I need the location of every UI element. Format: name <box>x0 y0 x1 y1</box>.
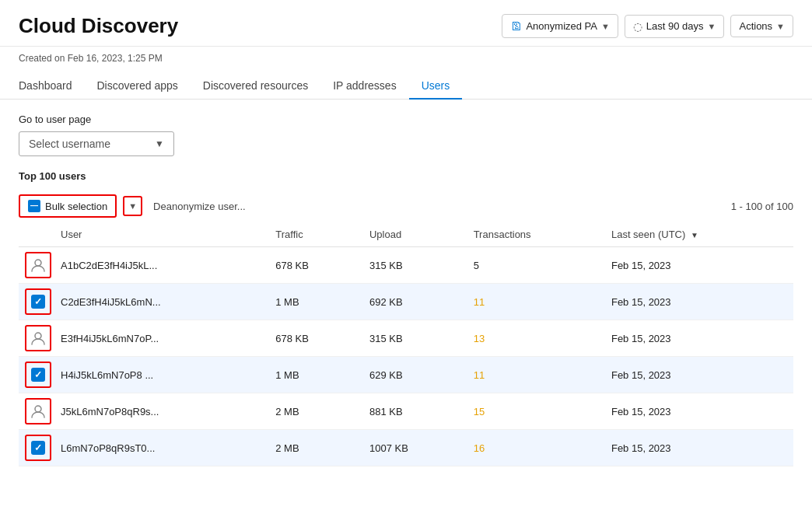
date-range-button[interactable]: ◌ Last 90 days ▼ <box>625 15 725 38</box>
col-traffic[interactable]: Traffic <box>266 222 360 247</box>
username-dropdown[interactable]: Select username ▼ <box>19 131 174 156</box>
report-label: Anonymized PA <box>526 20 597 32</box>
checked-icon <box>31 295 45 309</box>
row-last-seen: Feb 15, 2023 <box>602 357 793 393</box>
row-checkbox-cell <box>19 247 51 284</box>
row-transactions: 15 <box>464 393 602 430</box>
bulk-chevron-icon[interactable]: ▼ <box>123 196 142 216</box>
header: Cloud Discovery 🖻 Anonymized PA ▼ ◌ Last… <box>0 0 812 47</box>
bulk-selection-label: Bulk selection <box>45 201 107 212</box>
row-user: J5kL6mN7oP8qR9s... <box>51 393 266 430</box>
checked-icon <box>31 441 45 455</box>
row-upload: 881 KB <box>360 393 464 430</box>
row-upload: 315 KB <box>360 320 464 357</box>
row-checkbox-cell <box>19 320 51 357</box>
go-to-user-label: Go to user page <box>19 114 793 125</box>
tabs-bar: Dashboard Discovered apps Discovered res… <box>0 64 812 100</box>
table-row: L6mN7oP8qR9sT0...2 MB1007 KB16Feb 15, 20… <box>19 430 793 466</box>
row-traffic: 678 KB <box>266 247 360 284</box>
tab-dashboard[interactable]: Dashboard <box>19 73 85 100</box>
checked-icon <box>31 368 45 382</box>
row-user: L6mN7oP8qR9sT0... <box>51 430 266 466</box>
page-info: 1 - 100 of 100 <box>731 201 793 212</box>
row-traffic: 1 MB <box>266 284 360 320</box>
row-user: H4iJ5kL6mN7oP8 ... <box>51 357 266 393</box>
users-table: User Traffic Upload Transactions Last se… <box>19 222 793 466</box>
table-row: A1bC2dE3fH4iJ5kL...678 KB315 KB5Feb 15, … <box>19 247 793 284</box>
svg-point-0 <box>35 260 41 266</box>
row-last-seen: Feb 15, 2023 <box>602 320 793 357</box>
dropdown-chevron-icon: ▼ <box>155 138 164 149</box>
top-users-label: Top 100 users <box>19 170 793 182</box>
row-checkbox-wrapper[interactable] <box>25 362 51 388</box>
report-chevron-icon: ▼ <box>601 22 610 31</box>
row-checkbox-cell <box>19 430 51 466</box>
row-traffic: 678 KB <box>266 320 360 357</box>
sub-header: Created on Feb 16, 2023, 1:25 PM <box>0 47 812 64</box>
report-selector-button[interactable]: 🖻 Anonymized PA ▼ <box>502 14 618 38</box>
user-avatar-icon <box>27 327 49 349</box>
row-user: C2dE3fH4iJ5kL6mN... <box>51 284 266 320</box>
row-user: E3fH4iJ5kL6mN7oP... <box>51 320 266 357</box>
col-last-seen[interactable]: Last seen (UTC) ▼ <box>602 222 793 247</box>
row-checkbox-wrapper[interactable] <box>25 252 51 278</box>
row-checkbox-wrapper[interactable] <box>25 325 51 351</box>
row-user: A1bC2dE3fH4iJ5kL... <box>51 247 266 284</box>
row-last-seen: Feb 15, 2023 <box>602 430 793 466</box>
tab-discovered-apps[interactable]: Discovered apps <box>85 73 191 100</box>
row-last-seen: Feb 15, 2023 <box>602 393 793 430</box>
row-traffic: 1 MB <box>266 357 360 393</box>
row-checkbox-cell <box>19 284 51 320</box>
clock-icon: ◌ <box>633 20 642 33</box>
row-checkbox-wrapper[interactable] <box>25 288 51 315</box>
col-user[interactable]: User <box>51 222 266 247</box>
page-container: Cloud Discovery 🖻 Anonymized PA ▼ ◌ Last… <box>0 0 812 510</box>
created-on-text: Created on Feb 16, 2023, 1:25 PM <box>19 53 163 64</box>
col-transactions[interactable]: Transactions <box>464 222 602 247</box>
svg-point-1 <box>35 333 41 339</box>
actions-button[interactable]: Actions ▼ <box>730 15 793 37</box>
tab-discovered-resources[interactable]: Discovered resources <box>191 73 320 100</box>
page-title: Cloud Discovery <box>19 14 178 38</box>
deanonymize-button[interactable]: Deanonymize user... <box>147 197 252 216</box>
table-row: H4iJ5kL6mN7oP8 ...1 MB629 KB11Feb 15, 20… <box>19 357 793 393</box>
row-transactions: 5 <box>464 247 602 284</box>
user-avatar-icon <box>27 400 49 422</box>
svg-point-2 <box>35 406 41 412</box>
username-placeholder: Select username <box>29 138 110 150</box>
row-last-seen: Feb 15, 2023 <box>602 247 793 284</box>
date-range-label: Last 90 days <box>646 20 704 32</box>
row-checkbox-cell <box>19 393 51 430</box>
row-upload: 692 KB <box>360 284 464 320</box>
row-transactions: 11 <box>464 284 602 320</box>
row-upload: 629 KB <box>360 357 464 393</box>
report-icon: 🖻 <box>510 19 522 33</box>
table-row: C2dE3fH4iJ5kL6mN...1 MB692 KB11Feb 15, 2… <box>19 284 793 320</box>
row-traffic: 2 MB <box>266 393 360 430</box>
header-controls: 🖻 Anonymized PA ▼ ◌ Last 90 days ▼ Actio… <box>502 14 793 38</box>
row-transactions: 11 <box>464 357 602 393</box>
row-upload: 1007 KB <box>360 430 464 466</box>
row-checkbox-wrapper[interactable] <box>25 435 51 461</box>
row-checkbox-cell <box>19 357 51 393</box>
actions-chevron-icon: ▼ <box>776 22 785 31</box>
col-upload[interactable]: Upload <box>360 222 464 247</box>
tab-users[interactable]: Users <box>409 73 463 100</box>
date-chevron-icon: ▼ <box>708 22 716 31</box>
bulk-checkbox-icon <box>28 200 40 212</box>
table-header-row: User Traffic Upload Transactions Last se… <box>19 222 793 247</box>
row-checkbox-wrapper[interactable] <box>25 398 51 424</box>
table-row: J5kL6mN7oP8qR9s...2 MB881 KB15Feb 15, 20… <box>19 393 793 430</box>
bulk-selection-button[interactable]: Bulk selection <box>19 194 117 218</box>
actions-label: Actions <box>739 20 772 32</box>
col-checkbox <box>19 222 51 247</box>
tab-ip-addresses[interactable]: IP addresses <box>320 73 408 100</box>
table-row: E3fH4iJ5kL6mN7oP...678 KB315 KB13Feb 15,… <box>19 320 793 357</box>
bulk-bar: Bulk selection ▼ Deanonymize user... 1 -… <box>19 190 793 222</box>
row-transactions: 16 <box>464 430 602 466</box>
user-avatar-icon <box>27 254 49 276</box>
row-transactions: 13 <box>464 320 602 357</box>
main-content: Go to user page Select username ▼ Top 10… <box>0 100 812 480</box>
row-last-seen: Feb 15, 2023 <box>602 284 793 320</box>
bulk-left: Bulk selection ▼ Deanonymize user... <box>19 194 252 218</box>
